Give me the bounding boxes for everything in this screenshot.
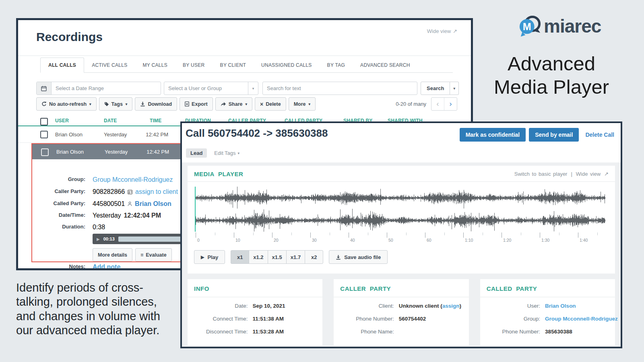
user-label: User: (487, 303, 540, 309)
wide-view-link[interactable]: Wide view (576, 171, 601, 177)
speed-x2[interactable]: x2 (305, 250, 323, 264)
play-icon[interactable]: ▶ (97, 237, 100, 241)
save-audio-button[interactable]: Save audio file (329, 250, 388, 264)
pagination: 0-20 of many ‹ › (396, 97, 457, 111)
play-button[interactable]: ▶ Play (194, 250, 225, 264)
user-icon (128, 202, 132, 206)
waveform-timeline[interactable]: 01020304050601:101:201:301:40 (194, 232, 609, 245)
speed-x1-7[interactable]: x1.7 (286, 250, 305, 264)
timeline-label: 1:40 (580, 238, 588, 243)
tab-by-user[interactable]: BY USER (175, 58, 213, 72)
search-text-input[interactable] (263, 85, 417, 91)
pager: ‹ › (431, 97, 457, 111)
share-icon (221, 102, 226, 107)
separator: | (571, 171, 572, 177)
cell-user: Brian Olson (56, 149, 84, 155)
column-date[interactable]: DATE (104, 118, 117, 123)
waveform-display[interactable] (194, 187, 609, 232)
column-time[interactable]: TIME (150, 118, 161, 123)
more-details-button[interactable]: More details (93, 248, 132, 261)
refresh-icon (41, 101, 47, 107)
send-by-email-button[interactable]: Send by email (529, 128, 579, 142)
export-button[interactable]: Export (180, 97, 213, 111)
evaluate-button[interactable]: ≡ Evaluate (135, 248, 172, 261)
date-range-filter (36, 82, 161, 95)
timeline-tick (291, 232, 292, 235)
page-title: Recordings (36, 30, 103, 44)
row-checkbox[interactable] (41, 148, 49, 156)
column-user[interactable]: USER (55, 118, 69, 123)
tab-active-calls[interactable]: ACTIVE CALLS (84, 58, 135, 72)
group-label: Group: (487, 316, 540, 322)
group-link[interactable]: Group Mcconnell-Rodriguez (93, 176, 173, 183)
playhead-cursor[interactable] (195, 187, 196, 232)
assign-link[interactable]: assign (442, 303, 460, 309)
tab-advanced-search[interactable]: ADVANCED SEARCH (353, 58, 418, 72)
tags-button[interactable]: Tags ▾ (99, 97, 133, 111)
duration-value: 0:38 (93, 224, 105, 231)
timeline-tick (559, 232, 559, 235)
connect-time-value: 11:51:38 AM (252, 316, 284, 322)
wide-view-link[interactable]: Wide view ↗ (427, 28, 457, 34)
tab-bar: ALL CALLS ACTIVE CALLS MY CALLS BY USER … (40, 58, 453, 73)
timeline-tick (444, 232, 445, 235)
phone-number-value: 560754402 (399, 316, 426, 322)
speed-x1[interactable]: x1 (231, 250, 249, 264)
edit-tags-link[interactable]: Edit Tags ▾ (214, 150, 239, 156)
tab-by-tag[interactable]: BY TAG (320, 58, 353, 72)
stereo-waveform[interactable] (194, 187, 605, 232)
timeline-tick (234, 232, 234, 238)
called-party-card: CALLED PARTY User:Brian Olson Group:Grou… (480, 279, 615, 346)
timeline-label: 60 (427, 238, 431, 243)
headline-line-2: Media Player (471, 76, 632, 99)
timeline-label: 1:30 (541, 238, 549, 243)
speed-x1-2[interactable]: x1.2 (249, 250, 268, 264)
media-player-panel: MEDIA PLAYER Switch to basic player | Wi… (188, 166, 615, 274)
called-user-link[interactable]: Brian Olson (135, 200, 171, 208)
phone-number-value: 385630388 (545, 329, 572, 335)
select-all-checkbox[interactable] (40, 118, 48, 125)
timeline-tick (597, 232, 598, 235)
caller-party-card: CALLER PARTY Client: Unknown client (ass… (334, 279, 469, 346)
timeline-tick (330, 232, 330, 235)
timeline-tick (310, 232, 311, 238)
share-button[interactable]: Share ▾ (215, 97, 252, 111)
delete-call-link[interactable]: Delete Call (585, 132, 614, 138)
expand-icon: ↗ (604, 171, 609, 177)
switch-basic-player-link[interactable]: Switch to basic player (514, 171, 568, 177)
called-user-link[interactable]: Brian Olson (545, 303, 576, 309)
page: { "recordings_window": { "title": "Recor… (0, 0, 644, 362)
tab-by-client[interactable]: BY CLIENT (213, 58, 254, 72)
date-range-input[interactable] (52, 85, 161, 91)
tag-badge: Lead (186, 148, 207, 158)
delete-button[interactable]: × Delete (255, 97, 286, 111)
caller-number: 908282866 (93, 188, 125, 195)
timeline-tick (425, 232, 425, 238)
tab-my-calls[interactable]: MY CALLS (135, 58, 175, 72)
call-detail-window: Call 560754402 -> 385630388 Mark as conf… (180, 121, 622, 348)
row-checkbox[interactable] (40, 131, 48, 138)
speed-x1-5[interactable]: x1.5 (268, 250, 287, 264)
search-options-button[interactable]: ▾ (450, 82, 459, 95)
delete-x-icon: × (260, 101, 263, 107)
timeline-label: 1:20 (503, 238, 511, 243)
cell-date: Yesterday (104, 132, 127, 138)
next-page-button[interactable]: › (444, 98, 457, 110)
search-button[interactable]: Search (421, 82, 450, 95)
download-button[interactable]: Download (135, 97, 177, 111)
toolbar: No auto-refresh ▾ Tags ▾ Download Export… (36, 97, 316, 111)
prev-page-button[interactable]: ‹ (431, 98, 444, 110)
play-icon: ▶ (201, 255, 204, 260)
caret-down-icon: ▾ (309, 102, 311, 106)
auto-refresh-button[interactable]: No auto-refresh ▾ (36, 97, 97, 111)
duration-label: Duration: (32, 224, 85, 230)
mark-confidential-button[interactable]: Mark as confidential (460, 128, 526, 142)
called-group-link[interactable]: Group Mcconnell-Rodriguez (545, 316, 618, 322)
tab-all-calls[interactable]: ALL CALLS (40, 58, 84, 73)
tab-unassigned-calls[interactable]: UNASSIGNED CALLS (254, 58, 320, 72)
timeline-label: 20 (274, 238, 279, 243)
more-button[interactable]: More ▾ (289, 97, 316, 111)
user-group-select[interactable]: Select a User or Group ▾ (164, 82, 258, 95)
add-note-link[interactable]: Add note (93, 263, 120, 270)
assign-to-client-link[interactable]: assign to client (135, 188, 178, 195)
